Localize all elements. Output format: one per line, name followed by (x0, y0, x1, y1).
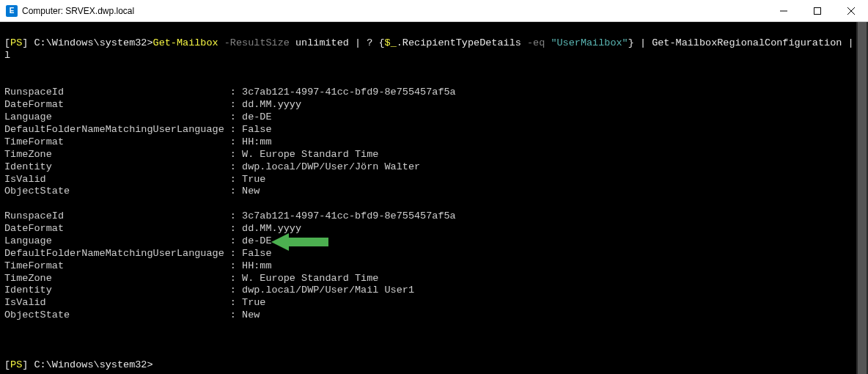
window-title: Computer: SRVEX.dwp.local (22, 6, 767, 16)
terminal[interactable]: [PS] C:\Windows\system32>Get-Mailbox -Re… (0, 22, 868, 374)
minimize-button[interactable] (767, 0, 801, 22)
prompt-line-2: [PS] C:\Windows\system32> (4, 359, 153, 370)
app-icon: E (6, 5, 18, 17)
window-controls (767, 0, 868, 22)
prompt-line: [PS] C:\Windows\system32>Get-Mailbox -Re… (4, 37, 866, 61)
scrollbar-thumb[interactable] (858, 22, 867, 374)
titlebar: E Computer: SRVEX.dwp.local (0, 0, 868, 22)
svg-rect-1 (814, 7, 821, 14)
annotation-arrow-icon (271, 232, 330, 252)
vertical-scrollbar[interactable] (856, 22, 868, 374)
svg-marker-4 (271, 233, 328, 251)
maximize-button[interactable] (801, 0, 834, 22)
output-block: RunspaceId : 3c7ab121-4997-41cc-bfd9-8e7… (4, 87, 456, 320)
close-button[interactable] (834, 0, 868, 22)
